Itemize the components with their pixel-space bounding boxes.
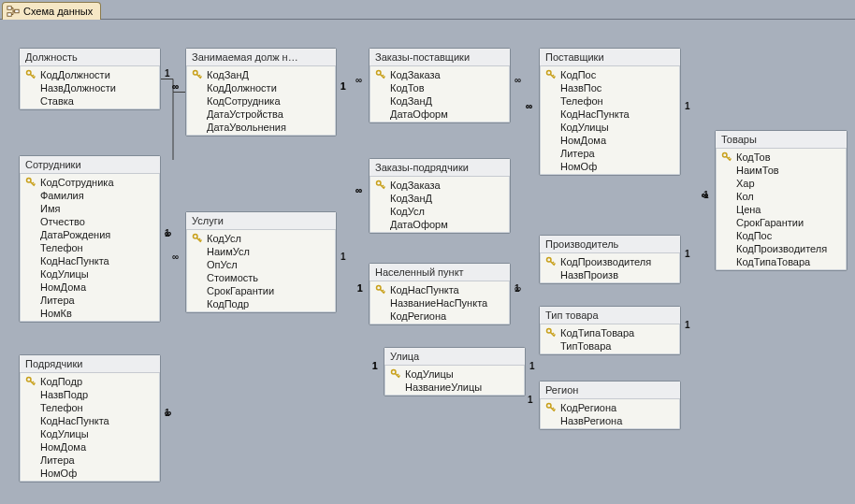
field-row[interactable]: НазваниеУлицы <box>384 381 525 394</box>
field-row[interactable]: КодРегиона <box>370 310 510 323</box>
field-row[interactable]: КодПроизводителя <box>716 242 847 255</box>
field-row[interactable]: НазвПодр <box>20 388 160 401</box>
field-row[interactable]: КодУсл <box>370 205 510 218</box>
field-row[interactable]: КодДолжности <box>186 81 336 94</box>
entity-podryadchiki[interactable]: ПодрядчикиКодПодрНазвПодрТелефонКодНасПу… <box>19 354 161 482</box>
field-row[interactable]: КодЗанД <box>370 192 510 205</box>
field-row[interactable]: КодНасПункта <box>540 108 680 121</box>
field-row[interactable]: КодТов <box>370 81 510 94</box>
entity-zakazy_podr[interactable]: Заказы-подрядчикиКодЗаказаКодЗанДКодУслД… <box>369 158 511 234</box>
field-row[interactable]: КодПос <box>540 68 680 81</box>
field-row[interactable]: КодТипаТовара <box>540 326 680 339</box>
field-row[interactable]: ДатаУвольнения <box>186 121 336 134</box>
entity-tiptov[interactable]: Тип товараКодТипаТовараТипТовара <box>539 306 681 355</box>
field-row[interactable]: КодНасПункта <box>20 254 160 267</box>
entity-title[interactable]: Улица <box>384 348 525 366</box>
field-row[interactable]: КодЗанД <box>186 68 336 81</box>
entity-title[interactable]: Производитель <box>540 236 680 253</box>
entity-title[interactable]: Товары <box>716 131 847 149</box>
field-row[interactable]: НазвПос <box>540 81 680 94</box>
field-row[interactable]: КодУлицы <box>20 427 160 440</box>
entity-ulitsa[interactable]: УлицаКодУлицыНазваниеУлицы <box>384 347 526 396</box>
field-row[interactable]: КодЗаказа <box>370 179 510 192</box>
field-row[interactable]: Отчество <box>20 215 160 228</box>
field-row[interactable]: НаимУсл <box>186 245 336 258</box>
field-row[interactable]: ДатаОформ <box>370 218 510 231</box>
field-row[interactable]: КодТов <box>716 151 847 164</box>
entity-sotrudniki[interactable]: СотрудникиКодСотрудникаФамилияИмяОтчеств… <box>19 155 161 323</box>
field-row[interactable]: Телефон <box>540 94 680 108</box>
field-row[interactable]: НомДома <box>20 440 160 454</box>
field-row[interactable]: Телефон <box>20 241 160 254</box>
field-row[interactable]: СрокГарантии <box>716 216 847 229</box>
field-row[interactable]: КодЗаказа <box>370 68 510 81</box>
field-row[interactable]: ДатаУстройства <box>186 108 336 121</box>
field-row[interactable]: Фамилия <box>20 189 160 202</box>
field-row[interactable]: КодТипаТовара <box>716 255 847 268</box>
entity-title[interactable]: Занимаемая долж н… <box>186 49 336 66</box>
field-row[interactable]: КодУлицы <box>540 121 680 134</box>
entity-title[interactable]: Сотрудники <box>20 156 160 174</box>
field-row[interactable]: ДатаРождения <box>20 228 160 241</box>
field-row[interactable]: Цена <box>716 203 847 216</box>
entity-tovary[interactable]: ТоварыКодТовНаимТовХарКолЦенаСрокГаранти… <box>715 130 848 271</box>
field-row[interactable]: Литера <box>20 454 160 467</box>
field-row[interactable]: КодПодр <box>20 375 160 388</box>
entity-region[interactable]: РегионКодРегионаНазвРегиона <box>539 381 681 430</box>
field-row[interactable]: НомОф <box>20 467 160 480</box>
field-row[interactable]: КодПроизводителя <box>540 255 680 268</box>
entity-title[interactable]: Поставщики <box>540 49 680 66</box>
field-row[interactable]: КодУлицы <box>20 267 160 281</box>
entity-title[interactable]: Заказы-поставщики <box>370 49 510 66</box>
tab-schema[interactable]: Схема данных <box>2 2 101 20</box>
entity-title[interactable]: Подрядчики <box>20 355 160 373</box>
field-row[interactable]: Ставка <box>20 94 160 108</box>
field-row[interactable]: КодСотрудника <box>186 94 336 108</box>
entity-naspunkt[interactable]: Населенный пунктКодНасПунктаНазваниеНасП… <box>369 263 511 325</box>
entity-zanimaemaya[interactable]: Занимаемая долж н…КодЗанДКодДолжностиКод… <box>185 48 337 137</box>
entity-uslugi[interactable]: УслугиКодУслНаимУслОпУслСтоимостьСрокГар… <box>185 211 337 313</box>
field-row[interactable]: Хар <box>716 177 847 190</box>
field-row[interactable]: ДатаОформ <box>370 108 510 121</box>
field-row[interactable]: КодНасПункта <box>20 414 160 427</box>
field-row[interactable]: Стоимость <box>186 271 336 284</box>
field-row[interactable]: КодПодр <box>186 297 336 310</box>
field-row[interactable]: КодСотрудника <box>20 176 160 189</box>
field-row[interactable]: КодЗанД <box>370 94 510 108</box>
field-row[interactable]: НаимТов <box>716 164 847 177</box>
field-row[interactable]: ОпУсл <box>186 258 336 271</box>
entity-proizvod[interactable]: ПроизводительКодПроизводителяНазвПроизв <box>539 235 681 284</box>
field-row[interactable]: НазвРегиона <box>540 414 680 427</box>
entity-dolzhnost[interactable]: ДолжностьКодДолжностиНазвДолжностиСтавка <box>19 48 161 110</box>
entity-title[interactable]: Заказы-подрядчики <box>370 159 510 177</box>
field-row[interactable]: Литера <box>20 294 160 307</box>
field-row[interactable]: Телефон <box>20 401 160 414</box>
field-row[interactable]: НазвДолжности <box>20 81 160 94</box>
field-row[interactable]: Имя <box>20 202 160 215</box>
field-row[interactable]: КодДолжности <box>20 68 160 81</box>
field-row[interactable]: КодПос <box>716 229 847 242</box>
field-row[interactable]: НомДома <box>540 134 680 147</box>
field-row[interactable]: Кол <box>716 190 847 203</box>
field-row[interactable]: ТипТовара <box>540 339 680 353</box>
entity-title[interactable]: Регион <box>540 382 680 399</box>
diagram-canvas[interactable]: ДолжностьКодДолжностиНазвДолжностиСтавка… <box>0 19 855 504</box>
field-row[interactable]: НазвПроизв <box>540 268 680 281</box>
entity-title[interactable]: Тип товара <box>540 307 680 324</box>
field-row[interactable]: КодРегиона <box>540 401 680 414</box>
entity-postavshiki[interactable]: ПоставщикиКодПосНазвПосТелефонКодНасПунк… <box>539 48 681 176</box>
field-row[interactable]: НомДома <box>20 281 160 294</box>
field-row[interactable]: Литера <box>540 147 680 160</box>
field-row[interactable]: КодУлицы <box>384 367 525 381</box>
entity-title[interactable]: Должность <box>20 49 160 66</box>
field-name: КодУсл <box>207 233 241 244</box>
field-row[interactable]: КодУсл <box>186 232 336 245</box>
entity-title[interactable]: Населенный пункт <box>370 264 510 281</box>
entity-zakazy_post[interactable]: Заказы-поставщикиКодЗаказаКодТовКодЗанДД… <box>369 48 511 123</box>
entity-title[interactable]: Услуги <box>186 212 336 230</box>
field-row[interactable]: СрокГарантии <box>186 284 336 297</box>
field-row[interactable]: НомОф <box>540 160 680 173</box>
field-row[interactable]: КодНасПункта <box>370 283 510 296</box>
field-row[interactable]: НомКв <box>20 307 160 320</box>
field-row[interactable]: НазваниеНасПункта <box>370 296 510 310</box>
